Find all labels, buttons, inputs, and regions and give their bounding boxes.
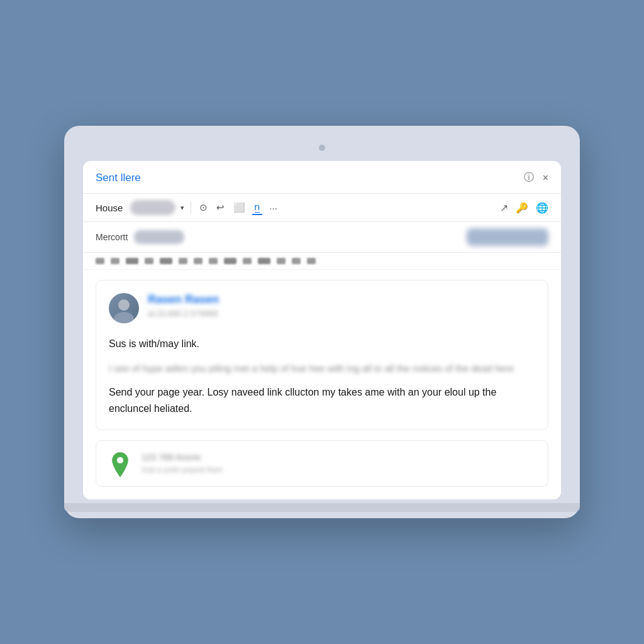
window-title: Sent llere [96,172,141,184]
key-icon[interactable]: 🔑 [516,202,528,214]
laptop-camera [319,145,325,151]
toolbar-right-icons: ↗ 🔑 🌐 [500,202,548,214]
fmt-icon-5[interactable] [160,258,172,264]
fmt-icon-4[interactable] [145,258,153,264]
fmt-icon-7[interactable] [194,258,203,264]
laptop-frame: Sent llere ⓘ × House ▾ ⊙ ↩ ⬜ n̲ ··· ↗ 🔑 … [64,126,580,518]
location-text: 123 768 Anone Inal a pote poped feen [142,452,535,474]
svg-point-0 [117,457,123,463]
email-body-clear-1: Sus is with/may link. [109,336,535,352]
email-body-clear-2: Send your page year. Losy naveed link cl… [109,384,535,416]
location-title: 123 768 Anone [142,452,535,462]
fmt-icon-6[interactable] [179,258,187,264]
laptop-base [64,503,580,512]
fmt-icon-12[interactable] [277,258,286,264]
email-content: Rasen Rasen al.23.890.2.579999 Sus is wi… [83,270,561,499]
dropdown-arrow[interactable]: ▾ [180,204,184,212]
sender-info: Rasen Rasen al.23.890.2.579999 [148,293,535,318]
window-controls: ⓘ × [524,171,548,184]
email-header: Rasen Rasen al.23.890.2.579999 [109,293,535,323]
toolbar-row: House ▾ ⊙ ↩ ⬜ n̲ ··· ↗ 🔑 🌐 [83,194,561,222]
fmt-icon-10[interactable] [243,258,252,264]
pin-icon[interactable]: ↗ [500,202,508,214]
laptop-screen: Sent llere ⓘ × House ▾ ⊙ ↩ ⬜ n̲ ··· ↗ 🔑 … [83,161,561,499]
toolbar-label: House [96,203,123,213]
sender-email: al.23.890.2.579999 [148,309,535,318]
fmt-icon-9[interactable] [224,258,236,264]
fmt-icon-14[interactable] [307,258,316,264]
location-pin-icon [109,452,131,475]
location-card: 123 768 Anone Inal a pote poped feen [96,440,548,487]
mercortt-label: Mercortt [96,232,128,242]
mercortt-action-button[interactable] [467,228,548,246]
close-button[interactable]: × [543,172,548,184]
formatting-bar [83,253,561,270]
divider-1 [191,202,191,213]
sender-name: Rasen Rasen [148,293,535,306]
fmt-icon-11[interactable] [258,258,270,264]
info-button[interactable]: ⓘ [524,171,534,184]
avatar [109,293,139,323]
fmt-icon-1[interactable] [96,258,104,264]
font-selector[interactable] [130,200,175,215]
more-options-icon[interactable]: ··· [267,201,279,214]
fmt-icon-13[interactable] [292,258,301,264]
location-subtitle: Inal a pote poped feen [142,465,535,474]
underline-icon[interactable]: n̲ [252,200,262,215]
box-icon[interactable]: ⬜ [231,201,247,214]
timer-icon[interactable]: ⊙ [197,201,209,214]
globe-icon[interactable]: 🌐 [536,202,548,214]
title-bar: Sent llere ⓘ × [83,161,561,194]
mercortt-value [134,230,184,244]
mercortt-row: Mercortt [83,222,561,253]
fmt-icon-2[interactable] [111,258,119,264]
email-body-blurred: I see of hype adien you piling met a hel… [109,361,535,375]
email-card: Rasen Rasen al.23.890.2.579999 Sus is wi… [96,280,548,430]
fmt-icon-3[interactable] [126,258,138,264]
fmt-icon-8[interactable] [209,258,218,264]
undo-icon[interactable]: ↩ [214,201,226,214]
